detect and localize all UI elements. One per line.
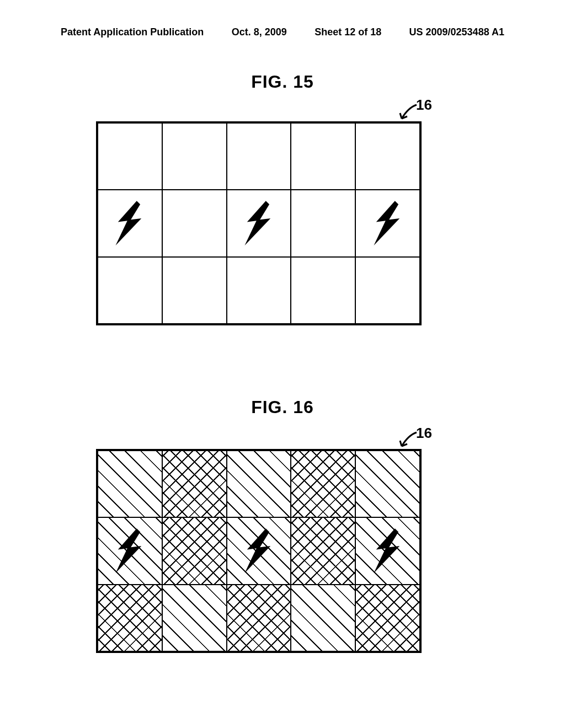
grid-cell: [98, 451, 162, 517]
pub-date: Oct. 8, 2009: [232, 26, 287, 38]
grid-cell: [355, 257, 420, 324]
fig-15-title: FIG. 15: [0, 72, 565, 92]
grid-cell: [162, 257, 227, 324]
lightning-bolt-icon: [239, 200, 278, 247]
lightning-bolt-icon: [369, 200, 407, 247]
grid-cell: [98, 517, 162, 584]
grid-cell: [162, 451, 227, 517]
grid-cell: [291, 517, 355, 584]
grid-cell: [227, 123, 291, 190]
page-header: Patent Application Publication Oct. 8, 2…: [0, 26, 565, 38]
reference-arrow-icon: [397, 430, 419, 452]
grid-cell: [355, 451, 420, 517]
publication-type: Patent Application Publication: [61, 26, 204, 38]
reference-arrow-icon: [397, 102, 419, 124]
grid-cell: [162, 585, 227, 651]
grid-cell: [227, 257, 291, 324]
fig-16-grid: [96, 449, 422, 653]
lightning-bolt-icon: [369, 527, 407, 574]
grid-cell: [355, 517, 420, 584]
fig-16-title: FIG. 16: [0, 397, 565, 417]
grid-cell: [355, 585, 420, 651]
grid-cell: [355, 123, 420, 190]
grid-cell: [162, 517, 227, 584]
grid-cell: [291, 190, 355, 256]
grid-cell: [291, 451, 355, 517]
grid-cell: [162, 123, 227, 190]
grid-cell: [98, 123, 162, 190]
lightning-bolt-icon: [239, 527, 278, 574]
grid-cell: [98, 190, 162, 256]
lightning-bolt-icon: [110, 200, 149, 247]
grid-cell: [291, 257, 355, 324]
patent-number: US 2009/0253488 A1: [409, 26, 504, 38]
grid-cell: [291, 585, 355, 651]
fig-15-grid: [96, 121, 422, 325]
grid-cell: [227, 451, 291, 517]
grid-cell: [291, 123, 355, 190]
grid-cell: [162, 190, 227, 256]
grid-cell: [227, 190, 291, 256]
grid-cell: [227, 585, 291, 651]
lightning-bolt-icon: [110, 527, 149, 574]
sheet-info: Sheet 12 of 18: [315, 26, 381, 38]
grid-cell: [355, 190, 420, 256]
grid-cell: [227, 517, 291, 584]
grid-cell: [98, 257, 162, 324]
grid-cell: [98, 585, 162, 651]
